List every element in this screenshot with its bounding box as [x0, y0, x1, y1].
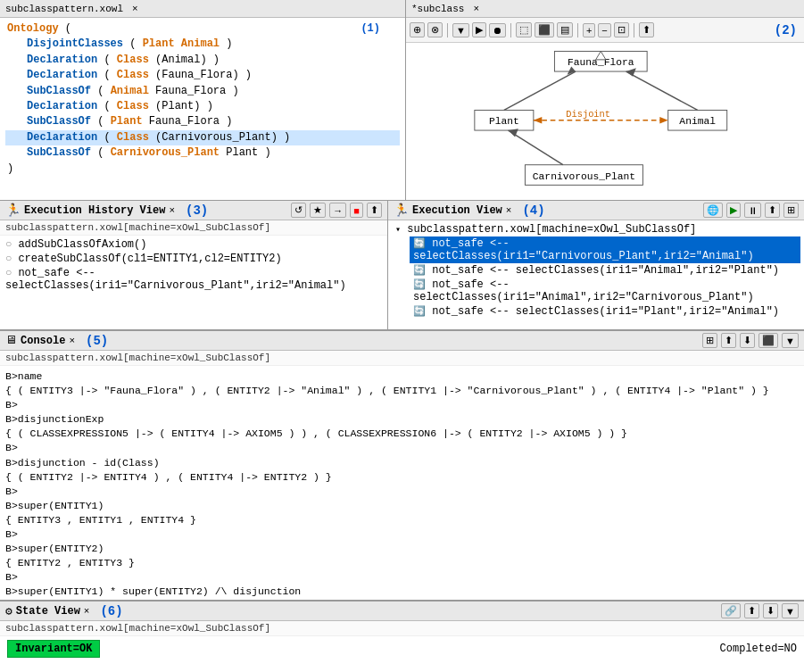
- editor-tab-label[interactable]: subclasspattern.xowl: [5, 4, 123, 14]
- tree-expand-icon[interactable]: ▾: [395, 225, 401, 235]
- diagram-tab-label[interactable]: *subclass: [411, 4, 464, 14]
- console-tab-close[interactable]: ×: [69, 336, 75, 346]
- exec-tab-label[interactable]: Execution View: [412, 204, 502, 217]
- console-btn-3[interactable]: ⬇: [740, 333, 755, 348]
- state-btn-1[interactable]: 🔗: [721, 603, 741, 618]
- console-btn-5[interactable]: ▼: [782, 333, 799, 348]
- exec-item-icon-1: 🔄: [413, 265, 426, 276]
- svg-line-10: [626, 71, 698, 110]
- console-btn-4[interactable]: ⬛: [758, 333, 778, 348]
- history-item-icon-0: ○: [5, 238, 12, 251]
- diagram-tool-4[interactable]: ▶: [472, 22, 486, 37]
- diagram-tool-1[interactable]: ⊕: [410, 22, 425, 37]
- state-tab-close[interactable]: ×: [84, 606, 90, 617]
- history-item-2[interactable]: ○ not_safe <-- selectClasses(iri1="Carni…: [5, 266, 382, 293]
- history-btn-refresh[interactable]: ↺: [291, 203, 306, 218]
- console-tab-label[interactable]: Console: [21, 335, 65, 347]
- history-list: ○ addSubClassOfAxiom() ○ createSubClassO…: [0, 236, 387, 295]
- console-label: (5): [86, 334, 108, 348]
- exec-tree-sub: 🔄 not_safe <-- selectClasses(iri1="Carni…: [392, 236, 800, 319]
- diagram-zoom-in[interactable]: +: [583, 23, 595, 37]
- diagram-tab: *subclass ×: [406, 0, 804, 18]
- diagram-tool-7[interactable]: ⬛: [535, 22, 554, 37]
- history-item-icon-1: ○: [5, 253, 12, 265]
- exec-btn-grid[interactable]: ⊞: [783, 203, 799, 218]
- editor-line-0: Ontology ( (1): [5, 21, 400, 37]
- history-tab-label[interactable]: Execution History View: [24, 204, 165, 217]
- diagram-svg: Fauna_Flora Plant Animal Carnivorous_Pla…: [406, 43, 804, 190]
- svg-line-16: [509, 130, 563, 165]
- history-panel: 🏃 Execution History View × (3) ↺ ★ → ■ ⬆…: [0, 201, 388, 329]
- exec-item-0[interactable]: 🔄 not_safe <-- selectClasses(iri1="Carni…: [410, 236, 800, 263]
- diagram-tab-close[interactable]: ×: [473, 4, 479, 14]
- exec-item-1[interactable]: 🔄 not_safe <-- selectClasses(iri1="Anima…: [410, 263, 800, 278]
- state-btn-2[interactable]: ⬆: [744, 603, 759, 618]
- console-panel: 🖥 Console × (5) ⊞ ⬆ ⬇ ⬛ ▼ subclasspatter…: [0, 330, 804, 601]
- exec-btn-run[interactable]: ▶: [726, 203, 741, 218]
- exec-tree: ▾ subclasspattern.xowl[machine=xOwl_SubC…: [388, 220, 804, 320]
- top-row: subclasspattern.xowl × Ontology ( (1) Di…: [0, 0, 804, 201]
- state-btn-4[interactable]: ▼: [782, 603, 799, 618]
- console-btn-2[interactable]: ⬆: [721, 333, 736, 348]
- console-btn-1[interactable]: ⊞: [702, 333, 717, 348]
- history-btn-export[interactable]: ⬆: [367, 203, 382, 218]
- toolbar-sep-3: [577, 23, 578, 37]
- diagram-tool-8[interactable]: ▤: [557, 22, 573, 37]
- state-tab-label[interactable]: State View: [16, 605, 80, 618]
- diagram-export[interactable]: ⬆: [639, 22, 654, 37]
- editor-content: Ontology ( (1) DisjointClasses ( Plant A…: [0, 18, 405, 180]
- state-tab: ⚙ State View × (6) 🔗 ⬆ ⬇ ▼: [0, 601, 804, 621]
- history-btn-arrow[interactable]: →: [329, 203, 346, 218]
- exec-btn-web[interactable]: 🌐: [703, 203, 723, 218]
- diagram-tool-5[interactable]: ⏺: [489, 23, 506, 37]
- editor-line-8: SubClassOf ( Carnivorous_Plant Plant ): [5, 145, 400, 161]
- editor-line-3: Declaration ( Class (Fauna_Flora) ): [5, 68, 400, 83]
- exec-btn-pause[interactable]: ⏸: [744, 203, 761, 218]
- toolbar-sep-1: [447, 23, 448, 37]
- svg-line-8: [504, 71, 576, 110]
- diagram-panel: *subclass × ⊕ ⊗ ▼ ▶ ⏺ ⬚ ⬛ ▤ + − ⊡ ⬆ (2: [406, 0, 804, 200]
- toolbar-sep-2: [510, 23, 511, 37]
- toolbar-sep-4: [634, 23, 634, 37]
- state-file: subclasspattern.xowl[machine=xOwl_SubCla…: [0, 621, 804, 636]
- exec-item-3[interactable]: 🔄 not_safe <-- selectClasses(iri1="Plant…: [410, 304, 800, 319]
- editor-tab-close[interactable]: ×: [132, 4, 138, 14]
- editor-line-2: Declaration ( Class (Animal) ): [5, 53, 400, 68]
- diagram-area: Fauna_Flora Plant Animal Carnivorous_Pla…: [406, 43, 804, 190]
- state-panel: ⚙ State View × (6) 🔗 ⬆ ⬇ ▼ subclasspatte…: [0, 601, 804, 672]
- svg-marker-13: [659, 117, 667, 124]
- exec-tree-root[interactable]: ▾ subclasspattern.xowl[machine=xOwl_SubC…: [392, 222, 800, 236]
- history-btn-stop[interactable]: ■: [350, 203, 363, 218]
- exec-btn-export[interactable]: ⬆: [765, 203, 780, 218]
- diagram-tool-2[interactable]: ⊗: [427, 22, 443, 37]
- diagram-tool-3[interactable]: ▼: [452, 23, 469, 37]
- invariant-badge: Invariant=OK: [7, 640, 100, 658]
- svg-text:Animal: Animal: [679, 116, 716, 127]
- history-file: subclasspattern.xowl[machine=xOwl_SubCla…: [0, 220, 387, 236]
- middle-row: 🏃 Execution History View × (3) ↺ ★ → ■ ⬆…: [0, 201, 804, 330]
- state-btn-3[interactable]: ⬇: [763, 603, 778, 618]
- state-icon: ⚙: [5, 604, 12, 618]
- history-btn-star[interactable]: ★: [310, 203, 326, 218]
- svg-text:Disjoint: Disjoint: [566, 109, 610, 120]
- exec-item-icon-3: 🔄: [413, 306, 426, 317]
- history-label: (3): [186, 203, 208, 218]
- diagram-fit[interactable]: ⊡: [614, 22, 629, 37]
- diagram-zoom-out[interactable]: −: [598, 23, 610, 37]
- completed-label: Completed=NO: [720, 643, 797, 655]
- history-item-0[interactable]: ○ addSubClassOfAxiom(): [5, 237, 382, 252]
- history-item-1[interactable]: ○ createSubClassOf(cl1=ENTITY1,cl2=ENTIT…: [5, 252, 382, 266]
- editor-tab: subclasspattern.xowl ×: [0, 0, 405, 18]
- console-content[interactable]: B>name { ( ENTITY3 |-> "Fauna_Flora" ) ,…: [0, 366, 804, 601]
- console-file: subclasspattern.xowl[machine=xOwl_SubCla…: [0, 351, 804, 366]
- history-tab-close[interactable]: ×: [169, 205, 175, 216]
- history-item-icon-2: ○: [5, 267, 12, 279]
- exec-tab-close[interactable]: ×: [506, 205, 512, 216]
- diagram-tool-6[interactable]: ⬚: [516, 22, 532, 37]
- console-icon: 🖥: [5, 334, 17, 347]
- editor-line-7: Declaration ( Class (Carnivorous_Plant) …: [5, 130, 400, 145]
- console-text: B>name { ( ENTITY3 |-> "Fauna_Flora" ) ,…: [5, 369, 799, 601]
- exec-run-icon: 🏃: [394, 203, 409, 218]
- svg-text:Plant: Plant: [489, 116, 519, 127]
- exec-item-2[interactable]: 🔄 not_safe <-- selectClasses(iri1="Anima…: [410, 278, 800, 304]
